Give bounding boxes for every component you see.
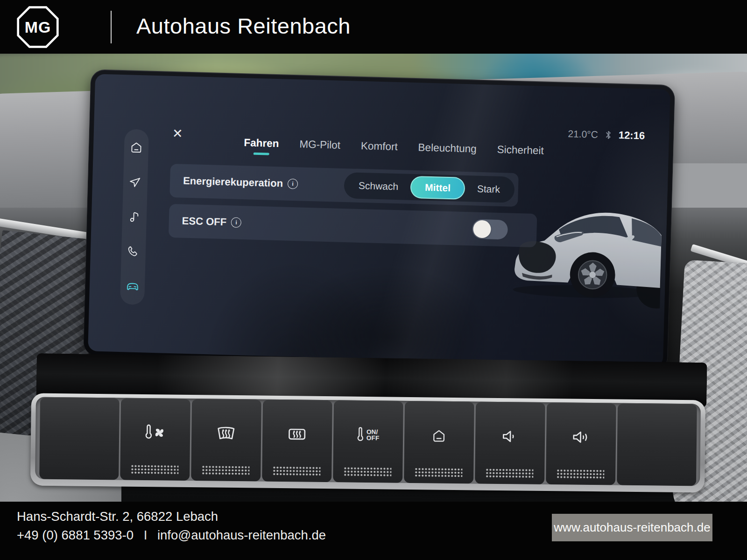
hardware-button-row: ON/ OFF bbox=[35, 397, 701, 486]
phone-icon[interactable] bbox=[127, 245, 141, 259]
defrost-front-button[interactable] bbox=[191, 399, 261, 482]
hardware-button-tray: ON/ OFF bbox=[30, 393, 705, 492]
blank-panel-left bbox=[39, 397, 120, 480]
volume-up-icon bbox=[570, 428, 592, 446]
contact-separator: I bbox=[144, 528, 148, 542]
setting-label: ESC OFF i bbox=[182, 215, 241, 229]
info-icon[interactable]: i bbox=[288, 179, 298, 189]
regen-segmented-control: Schwach Mittel Stark bbox=[344, 172, 514, 203]
mg-logo-icon: MG bbox=[16, 5, 60, 49]
dealer-name: Autohaus Reitenbach bbox=[136, 13, 351, 39]
tab-mg-pilot[interactable]: MG-Pilot bbox=[299, 138, 341, 157]
button-grip bbox=[486, 469, 533, 479]
defrost-rear-icon bbox=[286, 425, 308, 443]
dealer-email: info@autohaus-reitenbach.de bbox=[157, 528, 326, 542]
website-badge: www.autohaus-reitenbach.de bbox=[552, 514, 712, 541]
dealer-address: Hans-Schardt-Str. 2, 66822 Lebach bbox=[17, 509, 218, 524]
esc-off-toggle[interactable] bbox=[472, 219, 508, 239]
home-icon bbox=[430, 427, 448, 444]
segment-schwach[interactable]: Schwach bbox=[346, 174, 410, 198]
toggle-knob bbox=[473, 220, 491, 238]
info-icon[interactable]: i bbox=[231, 217, 242, 228]
climate-power-button[interactable]: ON/ OFF bbox=[333, 400, 403, 483]
dealer-contact: +49 (0) 6881 5393-0 I info@autohaus-reit… bbox=[17, 528, 326, 543]
bluetooth-icon bbox=[605, 130, 612, 140]
mg-logo-text: MG bbox=[25, 18, 51, 36]
vehicle-settings-icon[interactable] bbox=[126, 279, 140, 294]
settings-tabs: Fahren MG-Pilot Komfort Beleuchtung Sich… bbox=[244, 137, 544, 162]
climate-power-label: ON/ OFF bbox=[366, 429, 380, 441]
volume-down-icon bbox=[499, 427, 521, 445]
outside-temperature: 21.0°C bbox=[568, 128, 598, 140]
navigation-icon[interactable] bbox=[128, 175, 143, 189]
button-grip bbox=[131, 465, 178, 475]
vehicle-illustration bbox=[504, 191, 662, 308]
setting-row-energierekuperation: Energierekuperation i Schwach Mittel Sta… bbox=[169, 164, 519, 207]
tab-beleuchtung[interactable]: Beleuchtung bbox=[418, 141, 477, 161]
infotainment-screen: 21.0°C 12:16 ✕ Fahren MG-Pilot bbox=[83, 69, 675, 371]
music-icon[interactable] bbox=[127, 210, 142, 224]
button-grip bbox=[415, 468, 462, 478]
sidebar bbox=[120, 129, 149, 305]
climate-fan-button[interactable] bbox=[120, 398, 190, 481]
dealer-phone: +49 (0) 6881 5393-0 bbox=[17, 528, 134, 542]
status-bar: 21.0°C 12:16 bbox=[568, 128, 645, 142]
close-button[interactable]: ✕ bbox=[172, 127, 183, 140]
button-grip bbox=[273, 466, 320, 476]
blank-panel-right bbox=[617, 403, 697, 486]
tab-komfort[interactable]: Komfort bbox=[360, 140, 398, 159]
interior-photo: 21.0°C 12:16 ✕ Fahren MG-Pilot bbox=[0, 54, 747, 502]
active-tab-underline bbox=[253, 153, 269, 155]
button-grip bbox=[344, 467, 391, 477]
defrost-front-icon bbox=[215, 424, 237, 442]
setting-label: Energierekuperation i bbox=[183, 175, 298, 190]
segment-mittel-selected[interactable]: Mittel bbox=[410, 176, 465, 200]
clock: 12:16 bbox=[618, 129, 645, 142]
dealer-photo-card: MG Autohaus Reitenbach 21.0°C 12:16 bbox=[0, 0, 747, 560]
defrost-rear-button[interactable] bbox=[262, 399, 332, 483]
infotainment-ui: 21.0°C 12:16 ✕ Fahren MG-Pilot bbox=[88, 74, 670, 366]
home-button[interactable] bbox=[404, 401, 474, 484]
button-grip bbox=[557, 469, 604, 479]
climate-power-icon bbox=[357, 426, 364, 444]
volume-up-button[interactable] bbox=[546, 402, 616, 485]
tab-fahren[interactable]: Fahren bbox=[244, 137, 279, 155]
volume-down-button[interactable] bbox=[475, 401, 545, 484]
button-grip bbox=[202, 465, 249, 476]
climate-fan-icon bbox=[143, 424, 167, 442]
segment-stark[interactable]: Stark bbox=[465, 177, 512, 201]
tab-sicherheit[interactable]: Sicherheit bbox=[497, 144, 544, 163]
banner-divider bbox=[111, 11, 112, 43]
home-icon[interactable] bbox=[129, 140, 144, 154]
dealer-banner-bottom: Hans-Schardt-Str. 2, 66822 Lebach +49 (0… bbox=[0, 502, 747, 560]
dealer-banner-top: MG Autohaus Reitenbach bbox=[0, 0, 747, 54]
setting-row-esc-off: ESC OFF i bbox=[169, 204, 537, 247]
